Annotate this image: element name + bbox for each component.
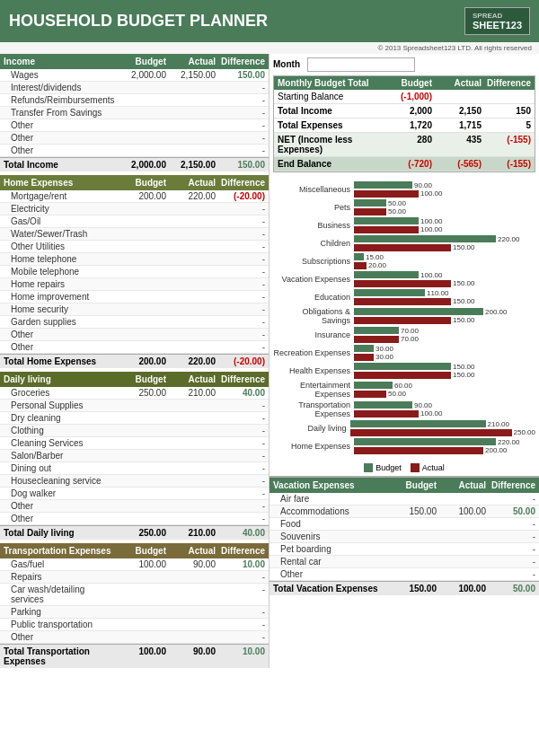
chart-label: Pets [273,203,354,212]
budget-cell [117,451,166,461]
actual-cell: 100.00 [437,506,486,516]
actual-bar-value: 150.00 [453,243,474,251]
row-label: Accommodations [273,506,387,516]
home-budget-col: Budget [117,178,166,188]
row-label: Pet boarding [273,544,387,554]
table-row: Rental car- [270,556,539,568]
vacation-diff-col: Difference [486,480,535,490]
row-label: Groceries [4,388,117,398]
actual-bar-value: 150.00 [453,371,474,379]
budget-bar-value: 70.00 [401,327,419,335]
chart-bars: 100.00100.00 [354,217,535,233]
row-label: Home improvement [4,292,117,302]
net-actual: 435 [432,135,482,154]
actual-cell [166,413,216,423]
table-row: Electricity- [0,203,269,215]
budget-summary-title: Monthly Budget Total [278,78,383,88]
budget-cell: 250.00 [117,388,166,398]
actual-bar [354,208,386,215]
chart-bars: 15.0020.00 [354,253,535,269]
actual-bar-value: 100.00 [420,189,442,198]
budget-cell [117,229,166,239]
table-row: Home improvement- [0,291,269,303]
vacation-total-diff: 50.00 [486,584,535,593]
actual-bar [354,190,419,198]
row-label: Dog walker [4,488,117,498]
actual-cell [166,254,216,264]
chart-legend: Budget Actual [270,460,539,476]
table-row: Gas/Oil- [0,215,269,228]
daily-total-diff: 40.00 [216,528,265,538]
actual-cell [166,572,216,582]
transport-diff-col: Difference [216,546,265,556]
diff-cell: - [216,204,265,214]
chart-label: Recreation Expenses [273,348,354,357]
chart-bars: 110.00150.00 [354,289,535,305]
daily-living-rows: Groceries250.00210.0040.00Personal Suppl… [0,387,269,525]
transport-total-budget: 100.00 [117,646,166,666]
chart-row: Miscellaneous90.00100.00 [273,181,535,198]
budget-legend-icon [364,463,373,472]
transport-total-diff: 10.00 [216,646,265,666]
diff-cell: 150.00 [216,70,265,80]
table-row: Personal Supplies- [0,400,269,412]
income-total-label: Total Income [4,160,117,170]
table-row: Groceries250.00210.0040.00 [0,387,269,400]
diff-cell: - [216,330,265,339]
actual-legend: Actual [411,463,445,472]
net-row: NET (Income less Expenses) 280 435 (-155… [274,133,535,157]
actual-cell [437,557,486,567]
daily-total-actual: 210.00 [166,528,216,538]
budget-bar [354,438,496,445]
total-expenses-label: Total Expenses [278,120,383,130]
main-content: Income Budget Actual Difference Wages2,0… [0,54,539,668]
table-row: Water/Sewer/Trash- [0,228,269,241]
actual-cell: 210.00 [166,388,216,398]
actual-cell [166,292,216,302]
row-label: Air fare [273,494,387,504]
month-input[interactable] [307,57,415,72]
vacation-actual-col: Actual [437,480,486,490]
table-row: Gas/fuel100.0090.0010.00 [0,558,269,571]
table-row: Dog walker- [0,488,269,500]
budget-bar [350,420,486,427]
budget-cell [117,572,166,582]
chart-bars: 70.0070.00 [354,327,535,343]
home-diff-col: Difference [216,178,265,188]
transportation-label: Transportation Expenses [4,546,117,556]
budget-cell [117,304,166,314]
actual-cell [166,632,216,642]
chart-row: Business100.00100.00 [273,217,535,233]
table-row: Garden supplies- [0,316,269,329]
actual-cell [166,120,216,130]
end-balance-row: End Balance (-720) (-565) (-155) [274,157,535,171]
budget-cell [387,544,437,554]
actual-cell [166,488,216,498]
chart-bars: 210.00250.00 [350,420,535,436]
transport-actual-col: Actual [166,546,216,556]
budget-bar-value: 15.00 [366,253,384,261]
chart-row: Subscriptions15.0020.00 [273,253,535,269]
budget-cell [117,463,166,473]
actual-cell [166,216,216,226]
diff-cell: - [216,242,265,251]
daily-total-budget: 250.00 [117,528,166,538]
actual-cell [166,607,216,617]
end-balance-diff: (-155) [482,159,531,169]
diff-cell: - [216,438,265,448]
budget-bar [354,181,412,189]
budget-bar-value: 50.00 [388,199,406,207]
row-label: Personal Supplies [4,400,117,410]
actual-cell [166,229,216,239]
table-row: Air fare- [270,493,539,505]
budget-cell [117,267,166,277]
table-row: Repairs- [0,571,269,584]
budget-cell [117,145,166,155]
table-row: Other- [0,500,269,513]
budget-bar-value: 30.00 [376,345,393,353]
app-title: HOUSEHOLD BUDGET PLANNER [9,12,268,31]
actual-cell [166,400,216,410]
budget-legend: Budget [364,463,402,472]
daily-total-row: Total Daily living 250.00 210.00 40.00 [0,525,269,540]
actual-bar [354,280,451,287]
